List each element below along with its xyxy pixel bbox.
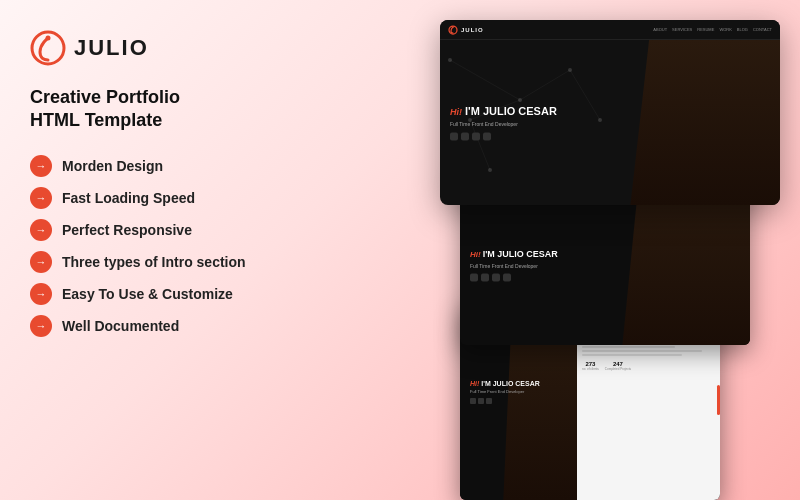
stat-projects: 247 Completed Projects [605, 361, 631, 371]
mockup-bottom-subtitle: Full Time Front End Developer [470, 389, 540, 394]
svg-point-14 [598, 118, 602, 122]
svg-line-7 [570, 70, 600, 120]
feature-item-fast-loading: Fast Loading Speed [30, 187, 310, 209]
svg-point-11 [568, 68, 572, 72]
feature-item-documented: Well Documented [30, 315, 310, 337]
person-silhouette-bottom [495, 320, 577, 500]
mockups-area: JULIO ABOUT SERVICES RESUME WORK BLOG CO… [360, 10, 780, 490]
nav-link-resume: RESUME [697, 27, 714, 32]
mockup-top-navbar: JULIO ABOUT SERVICES RESUME WORK BLOG CO… [440, 20, 780, 40]
mockup-top-social [450, 132, 557, 140]
mid-social-icon-4 [503, 273, 511, 281]
mockup-top-navlinks: ABOUT SERVICES RESUME WORK BLOG CONTACT [653, 27, 772, 32]
svg-point-10 [518, 98, 522, 102]
arrow-icon-intro [30, 251, 52, 273]
mockup-mid-name: I'M JULIO CESAR [483, 249, 558, 260]
social-icon-1 [450, 132, 458, 140]
feature-item-modern-design: Morden Design [30, 155, 310, 177]
feature-label-intro: Three types of Intro section [62, 254, 246, 270]
stat-clients: 273 no. of clients [582, 361, 599, 371]
nav-link-work: WORK [719, 27, 731, 32]
feature-label-customize: Easy To Use & Customize [62, 286, 233, 302]
mockup-bottom-social [470, 398, 540, 404]
mockup-top-logo: JULIO [448, 25, 484, 35]
person-silhouette-top [593, 40, 780, 205]
bottom-social-2 [478, 398, 484, 404]
orange-accent-bar [717, 385, 720, 415]
arrow-icon-documented [30, 315, 52, 337]
mid-social-icon-1 [470, 273, 478, 281]
mockup-logo-icon [448, 25, 458, 35]
feature-label-fast: Fast Loading Speed [62, 190, 195, 206]
svg-point-3 [452, 26, 454, 28]
logo-area: JULIO [30, 30, 310, 66]
mockup-top-hi: Hi! [450, 107, 462, 117]
about-text-4 [582, 346, 675, 348]
svg-line-4 [450, 60, 520, 100]
about-text-5 [582, 350, 702, 352]
arrow-icon-fast [30, 187, 52, 209]
bottom-social-3 [486, 398, 492, 404]
nav-link-contact: CONTACT [753, 27, 772, 32]
mockup-top-subtitle: Full Time Front End Developer [450, 121, 557, 127]
arrow-icon-customize [30, 283, 52, 305]
tagline-line1: Creative Portfolio [30, 86, 310, 109]
stat-projects-label: Completed Projects [605, 367, 631, 371]
mockup-mid-body: Hi! I'M JULIO CESAR Full Time Front End … [460, 185, 750, 345]
social-icon-4 [483, 132, 491, 140]
feature-item-customize: Easy To Use & Customize [30, 283, 310, 305]
nav-link-about: ABOUT [653, 27, 667, 32]
about-text-6 [582, 354, 682, 356]
mid-social-icon-2 [481, 273, 489, 281]
mockup-top-name: I'M JULIO CESAR [465, 105, 557, 118]
arrow-icon-responsive [30, 219, 52, 241]
mockup-bottom-herotext: Hi! I'M JULIO CESAR Full Time Front End … [470, 380, 540, 404]
mockup-mid-herotext: Hi! I'M JULIO CESAR Full Time Front End … [470, 249, 558, 282]
svg-point-13 [488, 168, 492, 172]
feature-item-responsive: Perfect Responsive [30, 219, 310, 241]
nav-link-services: SERVICES [672, 27, 692, 32]
mid-social-icon-3 [492, 273, 500, 281]
mockup-about-left: Hi! I'M JULIO CESAR Full Time Front End … [460, 320, 577, 500]
mockup-top-herotext: Hi! I'M JULIO CESAR Full Time Front End … [450, 105, 557, 140]
svg-point-9 [448, 58, 452, 62]
stat-clients-label: no. of clients [582, 367, 599, 371]
feature-item-intro: Three types of Intro section [30, 251, 310, 273]
nav-link-blog: BLOG [737, 27, 748, 32]
mockup-top-brand: JULIO [461, 27, 484, 33]
mockup-mid-hi: Hi! [470, 250, 481, 259]
julio-logo-icon [30, 30, 66, 66]
svg-line-5 [520, 70, 570, 100]
arrow-icon-modern [30, 155, 52, 177]
left-panel: JULIO Creative Portfolio HTML Template M… [30, 30, 310, 337]
mockup-bottom-name: I'M JULIO CESAR [481, 380, 539, 387]
mockup-mid-subtitle: Full Time Front End Developer [470, 262, 558, 268]
tagline-line2: HTML Template [30, 109, 310, 132]
features-list: Morden Design Fast Loading Speed Perfect… [30, 155, 310, 337]
logo-text: JULIO [74, 35, 149, 61]
feature-label-modern: Morden Design [62, 158, 163, 174]
feature-label-documented: Well Documented [62, 318, 179, 334]
person-silhouette-mid [591, 185, 751, 345]
mockup-mid-social [470, 273, 558, 281]
feature-label-responsive: Perfect Responsive [62, 222, 192, 238]
mockup-about-right: ABOUT ME 273 no. of clients 247 Complete… [577, 320, 720, 500]
mockup-top-body: Hi! I'M JULIO CESAR Full Time Front End … [440, 40, 780, 205]
stats-row: 273 no. of clients 247 Completed Project… [582, 361, 715, 371]
bottom-social-1 [470, 398, 476, 404]
svg-point-1 [46, 36, 51, 41]
mockup-bottom-hi: Hi! [470, 380, 479, 387]
social-icon-3 [472, 132, 480, 140]
tagline: Creative Portfolio HTML Template [30, 86, 310, 133]
social-icon-2 [461, 132, 469, 140]
mockup-bottom-body: Hi! I'M JULIO CESAR Full Time Front End … [460, 320, 720, 500]
mockup-top: JULIO ABOUT SERVICES RESUME WORK BLOG CO… [440, 20, 780, 205]
